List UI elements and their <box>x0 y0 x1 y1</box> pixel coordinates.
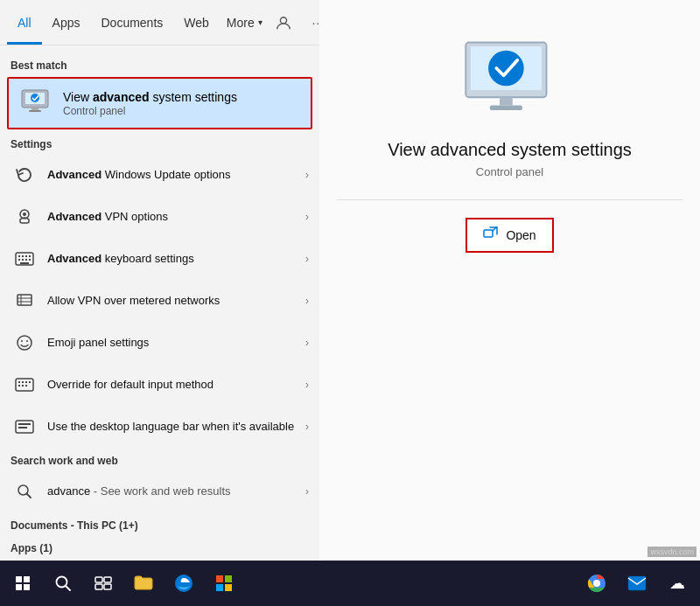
svg-rect-13 <box>18 259 20 261</box>
svg-rect-17 <box>20 262 29 264</box>
allow-vpn-text: Allow VPN over metered networks <box>47 293 305 309</box>
list-item-emoji[interactable]: Emoji panel settings › <box>0 322 319 364</box>
person-icon[interactable] <box>270 9 298 37</box>
svg-point-64 <box>594 581 600 587</box>
svg-point-7 <box>23 212 26 216</box>
keyboard-icon <box>10 245 38 273</box>
svg-rect-65 <box>628 576 646 590</box>
control-panel-icon <box>19 86 54 121</box>
list-item-lang-bar[interactable]: Use the desktop language bar when it's a… <box>0 406 319 448</box>
tab-bar: All Apps Documents Web More ▾ ··· <box>0 0 319 45</box>
taskbar-search[interactable] <box>44 564 82 603</box>
svg-rect-47 <box>16 576 22 582</box>
start-button[interactable] <box>4 564 42 603</box>
svg-point-23 <box>21 340 23 342</box>
svg-point-22 <box>18 336 32 350</box>
open-button[interactable]: Open <box>466 218 553 253</box>
taskbar-right-icons: ☁ <box>578 564 696 603</box>
app-icon-area <box>458 35 563 122</box>
right-panel-divider <box>337 199 682 200</box>
list-item-input-method[interactable]: Override for default input method › <box>0 364 319 406</box>
svg-rect-9 <box>18 255 20 257</box>
file-explorer-button[interactable] <box>124 564 163 603</box>
best-match-label: Best match <box>0 52 319 75</box>
input-method-icon <box>10 371 38 399</box>
svg-point-24 <box>26 340 28 342</box>
svg-rect-32 <box>25 385 27 387</box>
svg-rect-31 <box>22 385 24 387</box>
search-web-label: Search work and web <box>0 448 319 470</box>
documents-label: Documents - This PC (1+) <box>0 512 319 535</box>
svg-rect-16 <box>29 259 31 261</box>
left-panel: All Apps Documents Web More ▾ ··· Best m… <box>0 0 319 606</box>
list-item-vpn[interactable]: Advanced VPN options › <box>0 196 319 238</box>
open-icon <box>483 226 499 244</box>
chevron-right-icon-4: › <box>305 295 309 307</box>
chevron-right-icon-7: › <box>305 421 309 433</box>
svg-rect-56 <box>104 584 111 589</box>
tab-documents[interactable]: Documents <box>90 0 173 45</box>
chevron-right-icon-8: › <box>305 485 309 498</box>
chevron-right-icon-2: › <box>305 211 309 223</box>
store-button[interactable] <box>205 564 243 603</box>
list-item-allow-vpn[interactable]: Allow VPN over metered networks › <box>0 280 319 322</box>
svg-rect-55 <box>95 584 102 589</box>
task-view-button[interactable] <box>84 564 122 603</box>
tab-apps[interactable]: Apps <box>42 0 91 45</box>
vpn-icon <box>10 203 38 231</box>
svg-point-0 <box>280 17 286 23</box>
svg-rect-35 <box>18 427 27 428</box>
svg-rect-4 <box>29 110 41 112</box>
best-match-title: View advanced system settings <box>63 89 237 105</box>
search-web-icon <box>10 477 38 505</box>
taskbar: ☁ <box>0 561 700 606</box>
svg-point-5 <box>31 94 39 102</box>
keyboard-text: Advanced keyboard settings <box>47 251 305 267</box>
best-match-text: View advanced system settings Control pa… <box>63 89 237 117</box>
chevron-right-icon-5: › <box>305 337 309 349</box>
svg-rect-30 <box>18 385 20 387</box>
edge-button[interactable] <box>164 564 203 603</box>
svg-rect-29 <box>29 381 31 383</box>
vpn-text: Advanced VPN options <box>47 209 305 225</box>
lang-bar-icon <box>10 413 38 441</box>
open-label: Open <box>506 228 536 242</box>
svg-rect-61 <box>225 584 232 591</box>
chevron-right-icon-3: › <box>305 253 309 265</box>
svg-rect-44 <box>489 105 522 110</box>
svg-rect-58 <box>216 575 223 582</box>
list-item-search-web[interactable]: advance - See work and web results › <box>0 470 319 512</box>
mail-button[interactable] <box>618 564 656 603</box>
svg-rect-60 <box>216 584 223 591</box>
tab-more[interactable]: More ▾ <box>220 12 270 33</box>
list-item-windows-update[interactable]: Advanced Windows Update options › <box>0 154 319 196</box>
svg-rect-11 <box>25 255 27 257</box>
svg-rect-14 <box>22 259 24 261</box>
svg-rect-18 <box>18 295 32 305</box>
svg-rect-49 <box>16 584 22 590</box>
chrome-button[interactable] <box>578 564 616 603</box>
see-web-text: - See work and web results <box>94 484 231 498</box>
svg-rect-50 <box>24 584 30 590</box>
emoji-text: Emoji panel settings <box>47 335 305 351</box>
svg-rect-27 <box>22 381 24 383</box>
chevron-down-icon: ▾ <box>258 17 262 27</box>
best-match-item[interactable]: View advanced system settings Control pa… <box>7 77 312 129</box>
svg-rect-53 <box>95 577 102 582</box>
svg-rect-34 <box>18 423 31 425</box>
svg-point-42 <box>488 51 524 87</box>
svg-line-37 <box>27 494 32 498</box>
tab-all[interactable]: All <box>7 0 42 45</box>
watermark: wxsvdn.com <box>648 547 696 557</box>
svg-rect-3 <box>32 108 38 110</box>
svg-rect-45 <box>484 230 493 237</box>
list-item-keyboard[interactable]: Advanced keyboard settings › <box>0 238 319 280</box>
tab-web[interactable]: Web <box>173 0 220 45</box>
app-title: View advanced system settings <box>388 140 632 160</box>
weather-button[interactable]: ☁ <box>658 564 696 603</box>
best-match-subtitle: Control panel <box>63 105 237 117</box>
results-content: Best match View advanced system settings <box>0 45 319 561</box>
svg-rect-12 <box>29 255 31 257</box>
svg-rect-54 <box>104 577 111 582</box>
lang-bar-text: Use the desktop language bar when it's a… <box>47 419 305 435</box>
